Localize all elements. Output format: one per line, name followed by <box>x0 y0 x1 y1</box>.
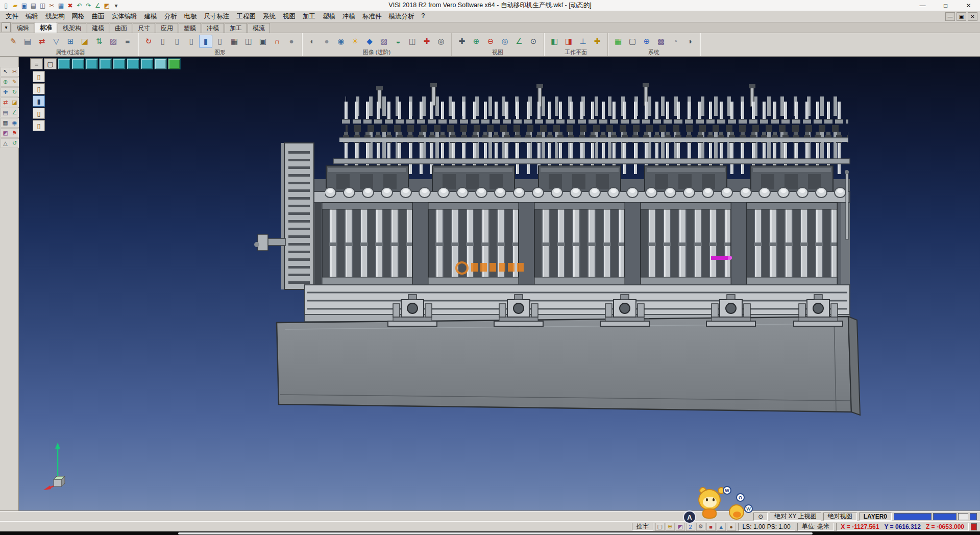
layer-cell[interactable]: LAYER0 <box>859 513 892 521</box>
tab-edit[interactable]: 编辑 <box>12 23 34 33</box>
tab-dimension[interactable]: 尺寸 <box>133 23 155 33</box>
view-back-icon[interactable] <box>99 58 112 69</box>
link-attributes-icon[interactable]: ⊞ <box>64 35 77 48</box>
hidden-line-mode-icon[interactable]: ▯ <box>33 83 45 94</box>
attribute-page-icon[interactable]: ▤ <box>21 35 34 48</box>
lock-toggle[interactable]: 拴牢 <box>632 523 653 531</box>
absolute-view-cell[interactable]: 绝对视图 <box>823 513 857 521</box>
zoom-plus-icon[interactable]: ⊕ <box>1 77 10 87</box>
view-center-icon[interactable]: ⊙ <box>527 35 540 48</box>
tab-modeling[interactable]: 建模 <box>87 23 109 33</box>
mirror-icon[interactable]: ⇄ <box>1 98 10 107</box>
menu-solid-edit[interactable]: 实体编辑 <box>108 11 141 22</box>
minimize-button[interactable]: — <box>911 0 934 11</box>
display-settings-icon[interactable]: ▢ <box>626 35 639 48</box>
save-icon[interactable]: ▣ <box>20 1 29 10</box>
cut-icon[interactable]: ✂ <box>47 1 56 10</box>
calculator-icon[interactable]: ▩ <box>654 35 668 48</box>
view-front-icon[interactable] <box>85 58 98 69</box>
menu-wireframe[interactable]: 线架构 <box>42 11 68 22</box>
compare-icon[interactable]: ⇅ <box>92 35 106 48</box>
view-angle-icon[interactable]: ∠ <box>512 35 526 48</box>
transparency-icon[interactable]: ◆ <box>363 35 376 48</box>
box-display-icon[interactable]: ▣ <box>256 35 270 48</box>
visi-cube-icon[interactable]: ◩ <box>103 1 111 10</box>
tab-machining[interactable]: 加工 <box>225 23 247 33</box>
menu-drawing[interactable]: 工程图 <box>233 11 260 22</box>
view-shaded-icon[interactable] <box>168 58 181 69</box>
redo-icon[interactable]: ↷ <box>84 1 93 10</box>
undo-view-icon[interactable]: ↺ <box>10 138 19 148</box>
open-folder-icon[interactable]: ▰ <box>11 1 19 10</box>
accent-color-swatch[interactable] <box>970 513 977 520</box>
ghost-display-icon[interactable]: ▯ <box>213 35 227 48</box>
erase-attributes-icon[interactable]: ◪ <box>78 35 91 48</box>
view-mode-cell[interactable]: 绝对 XY 上视图 <box>770 513 821 521</box>
workplane-origin-icon[interactable]: ✚ <box>591 35 604 48</box>
shaded-display-icon[interactable]: ▮ <box>199 35 212 48</box>
system-colors-icon[interactable]: ▦ <box>611 35 625 48</box>
display-status-icon[interactable]: ▢ <box>655 523 665 531</box>
filter-icon[interactable]: ▽ <box>50 35 63 48</box>
menu-file[interactable]: 文件 <box>2 11 22 22</box>
grid-display-icon[interactable]: ▦ <box>228 35 241 48</box>
viewport-menu-icon[interactable]: ≡ <box>30 58 43 69</box>
hidden-line-display-icon[interactable]: ▯ <box>170 35 184 48</box>
delete-icon[interactable]: ✖ <box>66 1 75 10</box>
mdi-restore-button[interactable]: ▣ <box>957 12 966 21</box>
highlight-color-swatch[interactable] <box>933 513 957 520</box>
view-bottom-icon[interactable] <box>140 58 153 69</box>
measure-icon[interactable]: ∠ <box>93 1 102 10</box>
menu-help[interactable]: ? <box>418 11 429 22</box>
new-document-icon[interactable]: ▯ <box>2 1 10 10</box>
section-icon[interactable]: ◒ <box>391 35 405 48</box>
menu-standard-parts[interactable]: 标准件 <box>359 11 385 22</box>
menu-dimension[interactable]: 尺寸标注 <box>201 11 233 22</box>
close-button[interactable]: ✕ <box>957 0 980 11</box>
tab-molding[interactable]: 塑膜 <box>179 23 201 33</box>
move-icon[interactable]: ✚ <box>1 87 10 97</box>
menu-mold[interactable]: 塑模 <box>319 11 339 22</box>
menu-die[interactable]: 冲模 <box>339 11 359 22</box>
view-left-icon[interactable] <box>113 58 126 69</box>
dashed-display-icon[interactable]: ▯ <box>185 35 198 48</box>
network-icon[interactable]: ⊕ <box>640 35 653 48</box>
menu-machining[interactable]: 加工 <box>299 11 319 22</box>
menu-edit[interactable]: 编辑 <box>22 11 42 22</box>
status-sphere-icon[interactable]: ◔ <box>669 35 682 48</box>
menu-analysis[interactable]: 分析 <box>161 11 181 22</box>
tab-surface[interactable]: 曲面 <box>110 23 132 33</box>
section-mode-icon[interactable]: ▯ <box>33 120 45 131</box>
layers-icon[interactable]: ▤ <box>1 108 10 117</box>
shade-mode-icon[interactable]: ◐ <box>306 35 319 48</box>
properties-pen-icon[interactable]: ✎ <box>7 35 20 48</box>
zoom-in-icon[interactable]: ⊕ <box>470 35 483 48</box>
ring-icon[interactable]: ◎ <box>434 35 448 48</box>
view-iso-icon[interactable] <box>58 58 70 69</box>
ghost-mode-icon[interactable]: ▯ <box>33 108 45 119</box>
light-icon[interactable]: ☀ <box>349 35 362 48</box>
select-arrow-icon[interactable]: ↖ <box>1 67 10 77</box>
view-right-icon[interactable] <box>127 58 139 69</box>
maximize-button[interactable]: □ <box>934 0 957 11</box>
menu-modeling[interactable]: 建模 <box>141 11 161 22</box>
zoom-fit-icon[interactable]: ◎ <box>498 35 511 48</box>
swap-attributes-icon[interactable]: ⇄ <box>35 35 48 48</box>
tab-wireframe[interactable]: 线架构 <box>58 23 86 33</box>
mdi-minimize-button[interactable]: — <box>945 12 955 21</box>
viewport-3d[interactable]: ≡ ▢ <box>19 57 980 511</box>
view-top-icon[interactable] <box>71 58 84 69</box>
contrast-icon[interactable]: ◑ <box>683 35 696 48</box>
menu-surface[interactable]: 曲面 <box>88 11 108 22</box>
workplane-normal-icon[interactable]: ⊥ <box>576 35 590 48</box>
measure-dock-icon[interactable]: ∠ <box>10 108 19 117</box>
menu-system[interactable]: 系统 <box>259 11 279 22</box>
undo-icon[interactable]: ↶ <box>75 1 84 10</box>
paint-icon[interactable]: ◩ <box>1 128 10 138</box>
view-axono-icon[interactable] <box>154 58 167 69</box>
trim-icon[interactable]: ✂ <box>10 67 19 77</box>
tab-overflow-button[interactable]: ▾ <box>2 22 11 32</box>
workplane-xy-icon[interactable]: ◧ <box>548 35 561 48</box>
copy-icon[interactable]: ▦ <box>57 1 65 10</box>
print-icon[interactable]: ▤ <box>29 1 38 10</box>
